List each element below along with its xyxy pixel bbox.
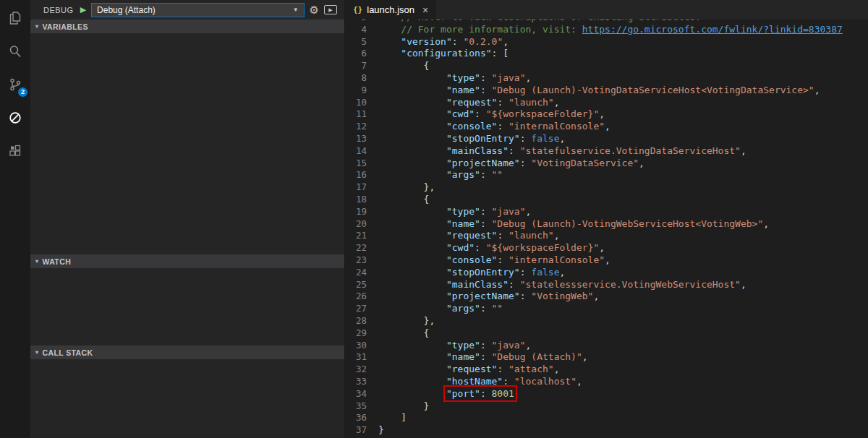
code-line[interactable]: 12 "console": "internalConsole", (345, 121, 868, 133)
watch-section: ▾ WATCH (30, 254, 344, 345)
code-token: "Debug (Launch)-VotingWebServiceHost<Vot… (492, 218, 764, 229)
activity-item-debug[interactable] (0, 101, 30, 134)
code-line[interactable]: 22 "cwd": "${workspaceFolder}", (345, 242, 868, 254)
code-token: ] (378, 412, 407, 423)
code-line[interactable]: 29 { (345, 327, 868, 340)
code-line[interactable]: 20 "name": "Debug (Launch)-VotingWebServ… (345, 218, 868, 231)
code-token: : (503, 376, 514, 387)
port-highlight-box: "port": 8001 (446, 388, 514, 399)
code-line[interactable]: 14 "mainClass": "statefulservice.VotingD… (345, 145, 868, 158)
code-token: : (480, 340, 492, 351)
code-token: , (526, 72, 532, 83)
debug-console-icon[interactable]: ▶ (324, 5, 337, 14)
variables-section: ▾ VARIABLES (30, 20, 344, 254)
code-token: "0.2.0" (463, 36, 503, 47)
code-token: : (480, 351, 492, 362)
code-line[interactable]: 35 } (345, 400, 868, 413)
code-token: : (452, 36, 464, 47)
code-token (378, 121, 446, 132)
code-line[interactable]: 26 "projectName": "VotingWeb", (345, 291, 868, 303)
activity-item-extensions[interactable] (0, 134, 30, 168)
code-token: }, (378, 315, 435, 326)
debug-config-dropdown[interactable]: Debug (Attach) ▼ (91, 3, 304, 17)
code-line[interactable]: 23 "console": "internalConsole", (345, 254, 868, 267)
code-token: "port" (446, 388, 480, 399)
code-line[interactable]: 8 "type": "java", (345, 72, 868, 85)
code-token: : (509, 279, 520, 290)
line-number: 21 (345, 230, 378, 242)
code-token: , (582, 351, 588, 362)
code-line[interactable]: 18 { (345, 194, 868, 206)
activity-item-source-control[interactable]: 2 (0, 68, 30, 101)
code-token: : (520, 291, 532, 301)
code-line[interactable]: 9 "name": "Debug (Launch)-VotingDataServ… (345, 85, 868, 97)
line-number: 34 (345, 388, 378, 400)
code-line[interactable]: 25 "mainClass": "statelessservice.Voting… (345, 279, 868, 291)
code-token: : (497, 230, 509, 241)
code-token: : (480, 72, 492, 83)
line-number: 18 (345, 194, 378, 206)
code-line[interactable]: 32 "request": "attach", (345, 364, 868, 376)
code-token: , (763, 218, 769, 229)
activity-item-search[interactable] (0, 35, 30, 68)
code-token: "internalConsole" (509, 254, 605, 265)
code-line[interactable]: 21 "request": "launch", (345, 230, 868, 242)
code-token: "mainClass" (446, 145, 509, 156)
line-number: 16 (345, 169, 378, 181)
activity-item-explorer[interactable] (0, 1, 30, 35)
code-line[interactable]: 30 "type": "java", (345, 340, 868, 352)
code-token (378, 376, 446, 387)
code-editor[interactable]: 3 // Hover to view descriptions of exist… (345, 20, 868, 438)
code-token: : (497, 364, 509, 374)
call-stack-section-body (30, 359, 344, 438)
code-token: , (605, 121, 610, 132)
code-token: "name" (446, 351, 480, 362)
code-line[interactable]: 16 "args": "" (345, 169, 868, 181)
code-line[interactable]: 28 }, (345, 315, 868, 327)
watch-section-header[interactable]: ▾ WATCH (30, 254, 344, 268)
code-line[interactable]: 6 "configurations": [ (345, 48, 868, 60)
code-line[interactable]: 19 "type": "java", (345, 206, 868, 218)
code-line[interactable]: 11 "cwd": "${workspaceFolder}", (345, 108, 868, 121)
code-line[interactable]: 5 "version": "0.2.0", (345, 36, 868, 48)
tab-launch-json[interactable]: {} launch.json × (345, 0, 437, 20)
code-token (378, 242, 446, 253)
code-line[interactable]: 10 "request": "launch", (345, 97, 868, 109)
close-tab-icon[interactable]: × (422, 4, 428, 16)
call-stack-section-header[interactable]: ▾ CALL STACK (30, 345, 344, 359)
code-token: } (378, 400, 429, 411)
code-token: : (520, 158, 532, 168)
code-token: "name" (446, 218, 480, 229)
code-token: "java" (492, 72, 526, 83)
code-line[interactable]: 17 }, (345, 181, 868, 194)
debug-icon (7, 110, 23, 126)
code-line[interactable]: 15 "projectName": "VotingDataService", (345, 158, 868, 170)
code-line[interactable]: 7 { (345, 60, 868, 72)
code-token: "projectName" (446, 158, 520, 168)
code-line[interactable]: 4 // For more information, visit: https:… (345, 24, 868, 36)
line-number: 33 (345, 376, 378, 388)
chevron-down-icon: ▼ (293, 7, 299, 13)
code-line[interactable]: 24 "stopOnEntry": false, (345, 267, 868, 279)
code-line[interactable]: 33 "hostName": "localhost", (345, 376, 868, 388)
code-token: , (599, 242, 605, 253)
variables-section-header[interactable]: ▾ VARIABLES (30, 20, 344, 33)
code-line[interactable]: 13 "stopOnEntry": false, (345, 133, 868, 145)
search-icon (7, 43, 23, 59)
code-token: "" (492, 303, 503, 314)
code-token: : (520, 267, 532, 278)
code-token: "localhost" (514, 376, 576, 387)
code-line[interactable]: 31 "name": "Debug (Attach)", (345, 351, 868, 364)
code-line[interactable]: 36 ] (345, 412, 868, 424)
code-line[interactable]: 34 "port": 8001 (345, 388, 868, 400)
line-number: 26 (345, 291, 378, 303)
code-line[interactable]: 37} (345, 424, 868, 437)
start-debugging-button[interactable]: ▶ (80, 5, 86, 14)
code-token: : (497, 254, 509, 265)
configure-gear-icon[interactable]: ⚙ (310, 4, 319, 17)
code-line[interactable]: 27 "args": "" (345, 303, 868, 315)
code-token: : (509, 145, 520, 156)
section-chevron-icon: ▾ (35, 23, 38, 30)
line-number: 37 (345, 424, 378, 437)
code-token: , (593, 291, 599, 301)
